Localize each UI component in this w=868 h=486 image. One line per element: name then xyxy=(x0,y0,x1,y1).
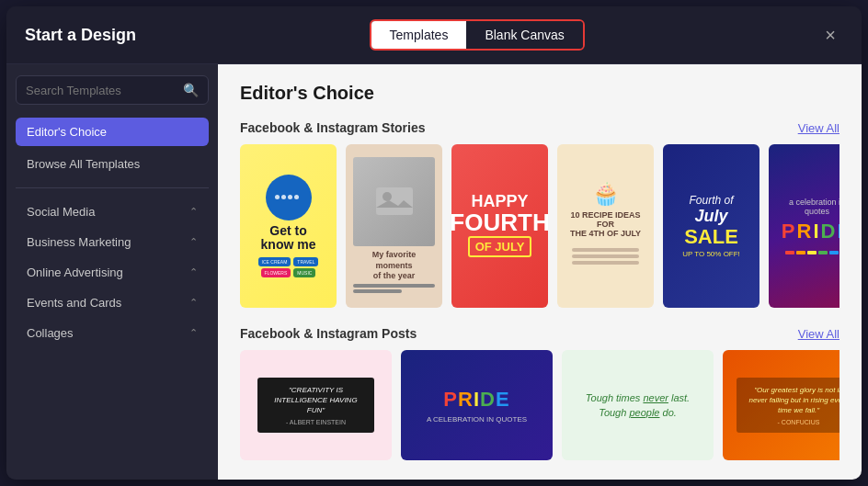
chevron-down-icon: ⌃ xyxy=(189,236,198,248)
main-content: Editor's Choice Facebook & Instagram Sto… xyxy=(218,64,862,480)
stories-category-name: Facebook & Instagram Stories xyxy=(240,120,426,135)
sidebar-item-social-media[interactable]: Social Media ⌃ xyxy=(16,198,209,226)
card-attribution: - CONFUCIUS xyxy=(744,419,839,425)
chevron-down-icon: ⌃ xyxy=(189,327,198,339)
card-inner: Tough times never last.Tough people do. xyxy=(562,350,714,460)
rainbow-stripe xyxy=(818,251,828,254)
template-card[interactable]: "Our greatest glory is not in never fall… xyxy=(723,350,839,460)
card-text: "CREATIVITY IS INTELLIGENCE HAVING FUN" xyxy=(267,385,365,416)
card-text: Get toknow me xyxy=(261,224,316,253)
card-attribution: - ALBERT EINSTEIN xyxy=(267,419,365,425)
line xyxy=(353,284,435,288)
sidebar-item-browse-all[interactable]: Browse All Templates xyxy=(16,150,209,178)
card-inner: Fourth of July SALE UP TO 50% OFF! xyxy=(663,144,760,308)
line xyxy=(353,289,402,293)
close-button[interactable]: × xyxy=(817,21,843,50)
dot xyxy=(281,195,286,199)
rainbow-stripe xyxy=(829,251,839,254)
template-card[interactable]: Fourth of July SALE UP TO 50% OFF! xyxy=(663,144,760,308)
svg-point-1 xyxy=(383,192,392,201)
card-text-top: Fourth of xyxy=(689,194,733,207)
chevron-down-icon: ⌃ xyxy=(189,266,198,278)
card-pride-text: PRIDE xyxy=(443,388,509,412)
sidebar-item-collages[interactable]: Collages ⌃ xyxy=(16,319,209,347)
circle-decoration xyxy=(266,175,312,220)
svg-rect-0 xyxy=(376,187,413,215)
template-card[interactable]: Tough times never last.Tough people do. xyxy=(562,350,714,460)
template-card[interactable]: "CREATIVITY IS INTELLIGENCE HAVING FUN" … xyxy=(240,350,392,460)
card-inner: 🧁 10 RECIPE IDEAS FORTHE 4TH OF JULY xyxy=(557,144,654,308)
sidebar-item-business-marketing[interactable]: Business Marketing ⌃ xyxy=(16,228,209,256)
tag-item: ICE CREAM xyxy=(258,257,291,266)
card-text: 10 RECIPE IDEAS FORTHE 4TH OF JULY xyxy=(565,210,646,238)
card-text: "Our greatest glory is not in never fall… xyxy=(744,385,839,416)
template-card[interactable]: a celebration in quotes PRIDE xyxy=(769,144,839,308)
dots-decoration xyxy=(275,195,303,199)
recipe-lines xyxy=(565,242,646,271)
quote-block: "CREATIVITY IS INTELLIGENCE HAVING FUN" … xyxy=(257,378,374,434)
posts-template-row: "CREATIVITY IS INTELLIGENCE HAVING FUN" … xyxy=(240,350,839,460)
section-title: Editor's Choice xyxy=(240,83,839,104)
line xyxy=(572,254,639,258)
modal-header: Start a Design Templates Blank Canvas × xyxy=(6,6,862,64)
search-box[interactable]: 🔍 xyxy=(16,75,209,105)
card-text-accent: OF JULY xyxy=(468,236,532,257)
card-text-mid: July xyxy=(694,207,727,226)
tag-item: TRAVEL xyxy=(293,257,318,266)
tab-group: Templates Blank Canvas xyxy=(370,19,585,51)
card-inner: a celebration in quotes PRIDE xyxy=(769,144,839,308)
template-card[interactable]: HAPPY FOURTH OF JULY xyxy=(451,144,548,308)
template-card[interactable]: Get toknow me ICE CREAM TRAVEL FLOWERS M… xyxy=(240,144,337,308)
blog-image xyxy=(353,157,435,246)
card-inner: HAPPY FOURTH OF JULY xyxy=(451,144,548,308)
sidebar-item-editors-choice[interactable]: Editor's Choice xyxy=(16,118,209,146)
tag-list: ICE CREAM TRAVEL xyxy=(258,257,319,266)
sidebar-divider xyxy=(16,187,209,188)
template-card[interactable]: PRIDE A CELEBRATION IN QUOTES xyxy=(401,350,553,460)
search-input[interactable] xyxy=(26,84,183,97)
dot xyxy=(288,195,292,199)
modal-body: 🔍 Editor's Choice Browse All Templates S… xyxy=(6,64,862,480)
card-subtext: a celebration in quotes xyxy=(776,198,839,216)
card-inner: "Our greatest glory is not in never fall… xyxy=(723,350,839,460)
search-icon: 🔍 xyxy=(183,83,199,97)
modal-title: Start a Design xyxy=(25,26,136,45)
dot xyxy=(294,195,299,199)
template-card[interactable]: 🧁 10 RECIPE IDEAS FORTHE 4TH OF JULY xyxy=(557,144,654,308)
modal: Start a Design Templates Blank Canvas × … xyxy=(6,6,862,480)
stories-category-header: Facebook & Instagram Stories View All xyxy=(240,120,839,135)
sidebar-item-online-advertising[interactable]: Online Advertising ⌃ xyxy=(16,258,209,287)
tab-templates[interactable]: Templates xyxy=(371,21,467,49)
stories-view-all[interactable]: View All xyxy=(798,121,839,135)
dot xyxy=(275,195,280,199)
sidebar: 🔍 Editor's Choice Browse All Templates S… xyxy=(6,64,218,480)
stories-template-row: Get toknow me ICE CREAM TRAVEL FLOWERS M… xyxy=(240,144,839,308)
card-text: Tough times never last.Tough people do. xyxy=(578,383,697,428)
pride-rainbow xyxy=(785,251,840,254)
posts-view-all[interactable]: View All xyxy=(798,327,839,341)
card-inner: PRIDE A CELEBRATION IN QUOTES xyxy=(401,350,553,460)
card-inner: Get toknow me ICE CREAM TRAVEL FLOWERS M… xyxy=(240,144,337,308)
tab-blank-canvas[interactable]: Blank Canvas xyxy=(466,21,582,49)
card-text-sale: SALE xyxy=(684,226,738,248)
tag-item: MUSIC xyxy=(293,268,315,277)
tag-list-2: FLOWERS MUSIC xyxy=(261,268,316,277)
template-card[interactable]: My favorite momentsof the year xyxy=(346,144,442,308)
quote-block: "Our greatest glory is not in never fall… xyxy=(737,378,839,434)
image-icon xyxy=(376,187,413,215)
rainbow-stripe xyxy=(796,251,805,254)
chevron-down-icon: ⌃ xyxy=(189,297,198,309)
card-text-large: FOURTH xyxy=(451,210,548,234)
blog-lines xyxy=(353,282,435,295)
rainbow-stripe xyxy=(785,251,794,254)
tag-item: FLOWERS xyxy=(261,268,291,277)
card-subtext: A CELEBRATION IN QUOTES xyxy=(427,415,527,424)
line xyxy=(572,248,639,252)
card-text: My favorite momentsof the year xyxy=(353,250,435,282)
sidebar-item-events-and-cards[interactable]: Events and Cards ⌃ xyxy=(16,288,209,317)
rainbow-stripe xyxy=(807,251,817,254)
sale-detail: UP TO 50% OFF! xyxy=(682,250,740,258)
chevron-down-icon: ⌃ xyxy=(189,206,198,218)
recipe-emoji: 🧁 xyxy=(592,181,620,207)
posts-category-header: Facebook & Instagram Posts View All xyxy=(240,326,839,341)
